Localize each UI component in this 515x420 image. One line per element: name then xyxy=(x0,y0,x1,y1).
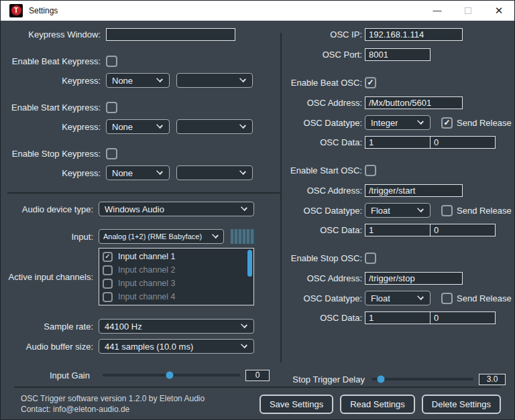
osc-ip-input[interactable] xyxy=(365,28,463,41)
chevron-down-icon xyxy=(241,342,247,348)
channel-list-item[interactable]: Input channel 3 xyxy=(103,277,253,290)
stop-osc-data-on-input[interactable] xyxy=(365,311,431,324)
input-gain-label: Input Gain xyxy=(1,370,90,380)
contact-text: Contact: info@eleton-audio.de xyxy=(21,404,205,415)
sample-rate-dropdown[interactable]: 44100 Hz xyxy=(99,319,254,334)
input-gain-value[interactable]: 0 xyxy=(245,370,270,381)
beat-keypress-label: Keypress: xyxy=(1,76,101,86)
start-keypress-modifier-dropdown[interactable] xyxy=(176,119,253,134)
chevron-down-icon xyxy=(239,122,246,129)
left-section-divider xyxy=(7,192,280,194)
channel-3-checkbox[interactable] xyxy=(103,279,113,289)
window-title: Settings xyxy=(29,6,58,15)
beat-osc-data-on-input[interactable] xyxy=(365,136,431,149)
chevron-down-icon xyxy=(241,322,247,328)
keypress-window-label: Keypress Window: xyxy=(1,29,101,40)
active-input-channels-list[interactable]: ✓ Input channel 1 Input channel 2 Input … xyxy=(99,248,254,305)
beat-osc-data-off-input[interactable] xyxy=(430,136,496,149)
keypress-window-input[interactable] xyxy=(106,28,235,41)
start-osc-data-off-input[interactable] xyxy=(430,224,496,236)
stop-trigger-delay-slider[interactable] xyxy=(371,378,473,380)
osc-panel: OSC IP: OSC Port: Enable Beat OSC: ✓ OSC… xyxy=(282,21,515,387)
enable-beat-osc-label: Enable Beat OSC: xyxy=(282,78,362,88)
audio-input-label: Input: xyxy=(1,232,93,242)
channel-list-item[interactable]: ✓ Input channel 1 xyxy=(103,250,253,263)
start-keypress-label: Keypress: xyxy=(1,122,101,132)
enable-start-osc-label: Enable Start OSC: xyxy=(282,165,362,176)
version-text: OSC Trigger software version 1.2.0 by El… xyxy=(21,393,205,404)
stop-osc-address-input[interactable] xyxy=(365,272,463,285)
audio-device-type-dropdown[interactable]: Windows Audio xyxy=(99,202,254,216)
enable-stop-osc-checkbox[interactable] xyxy=(365,253,376,264)
channel-1-checkbox[interactable]: ✓ xyxy=(103,252,113,262)
beat-send-release-checkbox[interactable]: ✓ xyxy=(441,117,453,129)
stop-osc-data-off-input[interactable] xyxy=(430,311,496,324)
channel-2-checkbox[interactable] xyxy=(103,265,113,275)
input-level-meter xyxy=(231,229,255,244)
beat-osc-data-label: OSC Data: xyxy=(282,137,362,147)
audio-input-dropdown[interactable]: Analog (1+2) (RME Babyface) xyxy=(99,229,224,244)
beat-keypress-key-dropdown[interactable]: None xyxy=(106,73,170,88)
channel-4-checkbox[interactable] xyxy=(103,292,113,302)
app-icon: T xyxy=(9,4,23,17)
start-send-release-checkbox[interactable] xyxy=(441,205,453,216)
stop-trigger-delay-slider-thumb[interactable] xyxy=(377,376,384,383)
footer-info: OSC Trigger software version 1.2.0 by El… xyxy=(21,393,205,415)
input-gain-slider[interactable] xyxy=(103,374,240,376)
start-osc-datatype-dropdown[interactable]: Float xyxy=(365,203,431,218)
beat-osc-address-input[interactable] xyxy=(365,96,463,109)
app-icon-letter: T xyxy=(11,5,21,15)
start-keypress-key-dropdown[interactable]: None xyxy=(106,119,170,134)
enable-beat-osc-checkbox[interactable]: ✓ xyxy=(365,77,376,88)
sample-rate-label: Sample rate: xyxy=(1,322,93,332)
save-settings-button[interactable]: Save Settings xyxy=(260,395,333,414)
chevron-down-icon xyxy=(241,204,247,211)
channels-scrollbar[interactable] xyxy=(247,250,252,277)
titlebar: T Settings — ✕ xyxy=(1,1,514,21)
enable-stop-osc-label: Enable Stop OSC: xyxy=(282,253,362,263)
chevron-down-icon xyxy=(239,168,246,175)
stop-osc-data-label: OSC Data: xyxy=(282,313,362,323)
footer-divider xyxy=(14,387,501,388)
start-osc-data-label: OSC Data: xyxy=(282,225,362,235)
stop-send-release-label: Send Release xyxy=(457,293,512,303)
enable-start-osc-checkbox[interactable] xyxy=(365,165,376,176)
enable-beat-keypress-label: Enable Beat Keypress: xyxy=(1,56,101,66)
enable-beat-keypress-checkbox[interactable] xyxy=(106,56,117,67)
maximize-button[interactable] xyxy=(453,1,483,20)
osc-ip-label: OSC IP: xyxy=(282,29,362,40)
enable-start-keypress-checkbox[interactable] xyxy=(106,102,117,113)
enable-start-keypress-label: Enable Start Keypress: xyxy=(1,102,101,113)
audio-buffer-size-dropdown[interactable]: 441 samples (10.0 ms) xyxy=(99,339,254,354)
active-input-channels-label: Active input channels: xyxy=(1,272,93,282)
stop-keypress-label: Keypress: xyxy=(1,168,101,178)
chevron-down-icon xyxy=(156,168,163,175)
close-button[interactable]: ✕ xyxy=(483,1,514,20)
read-settings-button[interactable]: Read Settings xyxy=(340,395,415,414)
footer-buttons: Save Settings Read Settings Delete Setti… xyxy=(260,395,501,414)
stop-keypress-modifier-dropdown[interactable] xyxy=(176,165,253,180)
stop-osc-datatype-dropdown[interactable]: Float xyxy=(365,291,431,305)
start-osc-address-label: OSC Address: xyxy=(282,186,362,196)
channel-list-item[interactable]: Input channel 4 xyxy=(103,290,253,303)
enable-stop-keypress-label: Enable Stop Keypress: xyxy=(1,149,101,159)
beat-keypress-modifier-dropdown[interactable] xyxy=(176,73,253,88)
beat-osc-datatype-dropdown[interactable]: Integer xyxy=(365,115,431,130)
minimize-button[interactable]: — xyxy=(422,1,453,20)
osc-port-input[interactable] xyxy=(365,48,431,61)
enable-stop-keypress-checkbox[interactable] xyxy=(106,148,117,159)
settings-window: T Settings — ✕ Keypress Window: Enable B… xyxy=(0,0,515,420)
window-controls: — ✕ xyxy=(422,1,514,20)
chevron-down-icon xyxy=(156,122,163,129)
delete-settings-button[interactable]: Delete Settings xyxy=(422,395,501,414)
stop-trigger-delay-value[interactable]: 3.0 xyxy=(479,374,506,385)
stop-osc-datatype-label: OSC Datatype: xyxy=(282,293,362,303)
input-gain-slider-thumb[interactable] xyxy=(166,372,174,379)
start-osc-data-on-input[interactable] xyxy=(365,224,431,236)
channel-list-item[interactable]: Input channel 2 xyxy=(103,263,253,277)
beat-osc-address-label: OSC Address: xyxy=(282,98,362,108)
settings-content: Keypress Window: Enable Beat Keypress: K… xyxy=(1,21,514,419)
start-osc-address-input[interactable] xyxy=(365,184,463,197)
stop-send-release-checkbox[interactable] xyxy=(441,293,453,304)
stop-keypress-key-dropdown[interactable]: None xyxy=(106,165,170,180)
